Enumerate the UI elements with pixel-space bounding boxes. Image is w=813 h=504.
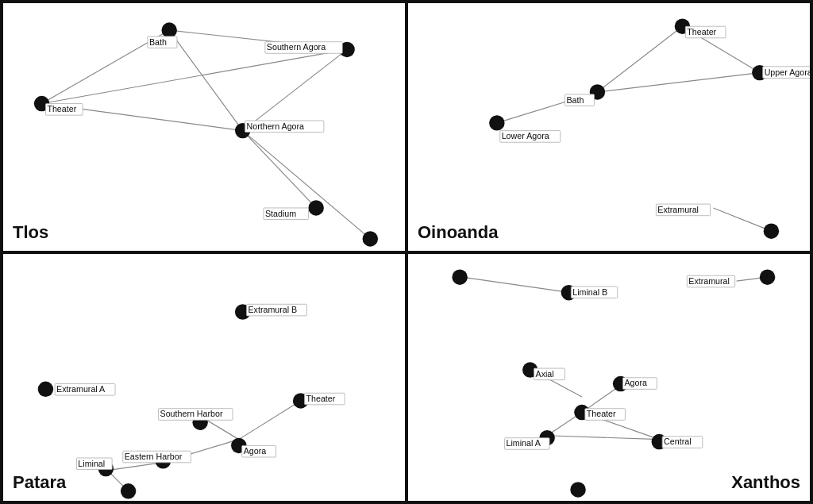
label-northern-agora: Northern Agora [247,121,305,131]
label-theater-patara: Theater [306,393,335,402]
label-southern-agora: Southern Agora [267,42,326,52]
svg-point-13 [363,231,378,246]
label-theater-tlos: Theater [47,104,76,113]
panel-xanthos: Liminal B Extramural Axial Agora Theater… [406,252,811,503]
label-theater-oinoanda: Theater [687,27,716,37]
label-extramural-b: Extramural B [248,304,297,314]
label-lower-agora: Lower Agora [502,131,549,140]
panel-patara: Extramural A Extramural B Theater Southe… [2,252,406,503]
svg-line-60 [547,435,659,439]
label-axial: Axial [536,368,554,378]
label-liminal-b: Liminal B [572,287,607,296]
graph-tlos: Bath Southern Agora Theater Northern Ago… [3,3,405,251]
svg-point-28 [764,223,779,238]
panel-oinoanda: Theater Upper Agora Bath Lower Agora Ext… [406,2,811,252]
svg-point-12 [308,200,323,215]
svg-line-20 [597,26,682,92]
title-oinoanda: Oinoanda [418,222,498,243]
svg-line-5 [243,131,316,208]
title-tlos: Tlos [13,222,48,243]
graph-xanthos: Liminal B Extramural Axial Agora Theater… [408,254,810,502]
svg-point-46 [121,483,136,498]
svg-line-34 [239,400,301,439]
label-liminal-patara: Liminal [78,458,105,467]
label-extramural-a: Extramural A [56,384,106,394]
svg-line-2 [169,30,242,131]
svg-point-61 [452,269,467,284]
svg-line-21 [597,73,759,92]
main-grid: Bath Southern Agora Theater Northern Ago… [0,0,813,504]
svg-line-3 [243,49,347,130]
svg-point-39 [38,381,53,396]
label-bath-tlos: Bath [149,37,167,47]
svg-point-69 [570,482,585,497]
svg-point-27 [489,115,504,130]
label-agora-xanthos: Agora [624,378,647,387]
label-liminal-a: Liminal A [507,438,541,448]
graph-patara: Extramural A Extramural B Theater Southe… [3,254,405,502]
label-extramural-oinoanda: Extramural [657,205,699,214]
svg-point-62 [760,269,775,284]
label-upper-agora: Upper Agora [765,67,810,77]
label-central: Central [664,437,691,446]
graph-oinoanda: Theater Upper Agora Bath Lower Agora Ext… [408,3,810,251]
title-patara: Patara [13,472,66,493]
svg-line-6 [243,131,371,239]
label-eastern-harbor: Eastern Harbor [125,451,183,460]
label-southern-harbor: Southern Harbor [160,409,223,418]
label-bath-oinoanda: Bath [566,95,584,105]
title-xanthos: Xanthos [731,472,800,493]
label-stadium-tlos: Stadium [265,209,296,218]
svg-line-54 [462,277,570,292]
svg-line-23 [713,208,771,231]
label-extramural-xanthos: Extramural [688,275,730,285]
label-theater-xanthos: Theater [587,409,616,418]
svg-point-8 [161,22,176,37]
svg-line-7 [42,49,348,103]
svg-line-37 [107,462,161,470]
label-agora-patara: Agora [244,446,267,456]
panel-tlos: Bath Southern Agora Theater Northern Ago… [2,2,406,252]
